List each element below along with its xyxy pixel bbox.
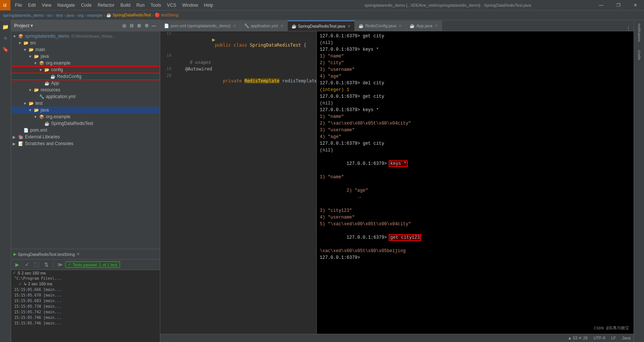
breadcrumb-item-java[interactable]: java bbox=[66, 13, 74, 18]
close-button[interactable]: ✕ bbox=[627, 0, 644, 10]
menu-view[interactable]: View bbox=[39, 1, 54, 9]
locate-icon[interactable]: ◎ bbox=[121, 23, 127, 29]
gradle-button[interactable]: Gradle bbox=[634, 44, 644, 66]
expand-all-button[interactable]: ≫ bbox=[56, 260, 64, 269]
notifications-button[interactable]: Notifications bbox=[634, 22, 644, 44]
java-folder-icon: 📂 bbox=[34, 53, 40, 59]
panel-close-icon[interactable]: — bbox=[151, 23, 157, 29]
menu-code[interactable]: Code bbox=[78, 1, 95, 9]
structure-icon[interactable]: ≡ bbox=[0, 33, 11, 43]
run-panel: ▶ SpringDataRedisTest.testString ✕ ▶ ✓ ⬛… bbox=[11, 249, 160, 342]
tab-redisconfig[interactable]: ☕ RedisConfig.java ✕ bbox=[355, 21, 406, 31]
sort-button[interactable]: ⇅ bbox=[42, 260, 51, 269]
breadcrumb-item-src[interactable]: src bbox=[47, 13, 53, 18]
tree-item-test[interactable]: ▼ 📂 test bbox=[11, 100, 160, 107]
run-gutter-icon[interactable]: ▶ bbox=[212, 37, 215, 43]
breadcrumb-item-test[interactable]: test bbox=[56, 13, 63, 18]
breadcrumb-item-org[interactable]: org bbox=[78, 13, 83, 18]
line-content: private RedisTemplate redisTemplate; bbox=[174, 73, 316, 89]
tree-item-external-libs[interactable]: ▶ 📚 External Libraries bbox=[11, 134, 160, 140]
tree-item-pom[interactable]: 📄 pom.xml bbox=[11, 127, 160, 134]
term-line: 1) "name" bbox=[320, 174, 631, 181]
stop-button[interactable]: ⬛ bbox=[32, 260, 41, 269]
menu-edit[interactable]: Edit bbox=[25, 1, 39, 9]
tree-item-src[interactable]: ▼ 📂 src bbox=[11, 40, 160, 46]
breadcrumb-item-method[interactable]: 🔴 testString bbox=[155, 13, 179, 18]
collapse-icon[interactable]: ⊟ bbox=[129, 23, 135, 29]
tree-item-app[interactable]: ☕ App bbox=[11, 80, 160, 87]
menu-help[interactable]: Help bbox=[201, 1, 216, 9]
tree-item-root[interactable]: ▼ 📦 springdataredis_demo D:\WorkSoftware… bbox=[11, 33, 160, 40]
term-line-get-highlight: 127.0.0.1:6379> get city123 bbox=[320, 228, 631, 248]
term-line: 4) "username" bbox=[320, 214, 631, 221]
breadcrumb-item-class[interactable]: ☕ SpringDataRedisTest bbox=[106, 13, 151, 18]
tree-item-java-test[interactable]: ▼ 📂 java bbox=[11, 107, 160, 113]
tree-item-org-example[interactable]: ▼ 📦 org.example bbox=[11, 60, 160, 66]
breadcrumb-item-project[interactable]: springdataredis_demo bbox=[3, 13, 44, 18]
menu-build[interactable]: Build bbox=[117, 1, 133, 9]
arrow-icon: ▼ bbox=[28, 54, 34, 59]
run-row-suite[interactable]: ✓ S 2 sec 160 ms bbox=[11, 270, 160, 276]
window-title: springdataredis_demo [...\IDEA\re_redis\… bbox=[303, 3, 593, 7]
keyword: public class bbox=[212, 43, 250, 48]
tab-app[interactable]: ☕ App.java ✕ bbox=[406, 21, 442, 31]
tree-item-redisconfig[interactable]: ☕ RedisConfig bbox=[11, 73, 160, 80]
tab-springtest[interactable]: ☕ SpringDataRedisTest.java ✕ bbox=[288, 21, 355, 31]
tree-item-scratches[interactable]: ▶ 📝 Scratches and Consoles bbox=[11, 140, 160, 147]
project-tree: ▼ 📦 springdataredis_demo D:\WorkSoftware… bbox=[11, 31, 160, 249]
tab-pom[interactable]: 📄 pom.xml (springdataredis_demo) ✕ bbox=[160, 21, 240, 31]
tab-yml[interactable]: 🔧 application.yml ✕ bbox=[240, 21, 288, 31]
term-line: 2) "\xac\xed\x00\x05t\x00\x04city" bbox=[320, 120, 631, 127]
run-log-line: "C:\Program Files\... bbox=[11, 276, 160, 281]
menu-run[interactable]: Run bbox=[133, 1, 148, 9]
toolbar-separator bbox=[53, 262, 53, 268]
project-icon[interactable]: 📁 bbox=[0, 22, 11, 32]
settings-icon[interactable]: ⚙ bbox=[143, 23, 149, 29]
code-line-usages: 9 usages bbox=[160, 60, 316, 66]
right-icon-strip: Notifications Gradle bbox=[634, 20, 644, 342]
tab-app-close[interactable]: ✕ bbox=[435, 23, 438, 28]
menu-refactor[interactable]: Refactor bbox=[95, 1, 117, 9]
term-line: 3) "username" bbox=[320, 66, 631, 73]
menu-window[interactable]: Window bbox=[179, 1, 201, 9]
menu-vcs[interactable]: VCS bbox=[164, 1, 179, 9]
tree-item-springdataredistest[interactable]: ☕ SpringDataRedisTest bbox=[11, 120, 160, 127]
field-name: redisTemplate; bbox=[280, 78, 316, 84]
tree-item-java-main[interactable]: ▼ 📂 java bbox=[11, 53, 160, 60]
menu-file[interactable]: File bbox=[12, 1, 25, 9]
menu-navigate[interactable]: Navigate bbox=[54, 1, 78, 9]
line-number: 18 bbox=[160, 53, 174, 60]
breadcrumb-item-example[interactable]: example bbox=[87, 13, 103, 18]
terminal[interactable]: 127.0.0.1:6379> get city (nil) 127.0.0.1… bbox=[317, 31, 634, 334]
term-line: 127.0.0.1:6379> get city bbox=[320, 140, 631, 147]
expand-icon[interactable]: ⊞ bbox=[136, 23, 142, 29]
tab-springtest-close[interactable]: ✕ bbox=[347, 24, 351, 29]
tree-label: SpringDataRedisTest bbox=[51, 121, 93, 126]
rerun-button[interactable]: ✓ bbox=[22, 260, 31, 269]
run-again-button[interactable]: ▶ bbox=[13, 260, 22, 269]
tree-label: External Libraries bbox=[25, 134, 60, 139]
run-log-line: 15:15:05.742 [main... bbox=[11, 309, 160, 315]
annotation: @Autowired bbox=[174, 66, 212, 72]
tree-item-app-yml[interactable]: 🔧 application.yml bbox=[11, 93, 160, 100]
usages-hint: 9 usages bbox=[174, 60, 316, 66]
line-number: 20 bbox=[160, 73, 174, 89]
tab-more-button[interactable]: ⋮ bbox=[623, 26, 634, 31]
tree-item-resources[interactable]: ▼ 📂 resources bbox=[11, 87, 160, 93]
tab-yml-close[interactable]: ✕ bbox=[280, 23, 284, 28]
left-icon-strip: 📁 ≡ 🔖 bbox=[0, 20, 11, 342]
tab-pom-close[interactable]: ✕ bbox=[233, 23, 236, 28]
menu-tools[interactable]: Tools bbox=[148, 1, 164, 9]
maximize-button[interactable]: ❐ bbox=[610, 0, 627, 10]
tree-item-org-example-test[interactable]: ▼ 📦 org.example bbox=[11, 113, 160, 120]
tree-item-main[interactable]: ▼ 📂 main bbox=[11, 46, 160, 53]
editor-tabs: 📄 pom.xml (springdataredis_demo) ✕ 🔧 app… bbox=[160, 20, 634, 31]
tab-redisconfig-close[interactable]: ✕ bbox=[398, 23, 402, 28]
arrow-icon: ▼ bbox=[18, 41, 23, 45]
minimize-button[interactable]: — bbox=[593, 0, 610, 10]
run-row-test[interactable]: ✓ ↳ 2 sec 160 ms bbox=[11, 281, 160, 287]
tree-item-config[interactable]: ▼ 📂 config bbox=[11, 66, 160, 73]
run-panel-close[interactable]: ✕ bbox=[76, 252, 80, 257]
bookmark-icon[interactable]: 🔖 bbox=[0, 44, 11, 54]
code-editor[interactable]: 17 ▶ public class SpringDataRedisTest { … bbox=[160, 31, 317, 334]
